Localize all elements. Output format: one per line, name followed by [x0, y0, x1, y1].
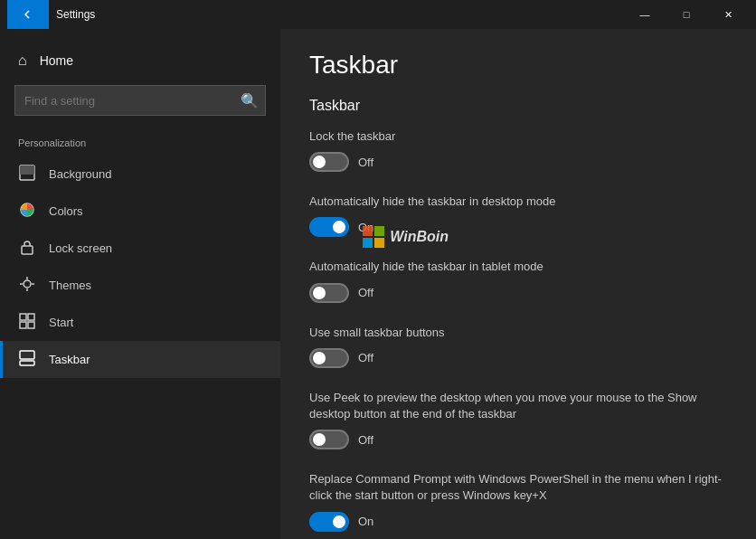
- lock-taskbar-toggle[interactable]: [309, 152, 349, 172]
- hide-tablet-value: Off: [358, 286, 373, 299]
- themes-icon: [18, 276, 36, 295]
- sidebar-item-colors[interactable]: Colors: [0, 193, 280, 230]
- title-bar: Settings — □ ✕: [0, 0, 756, 29]
- sidebar-item-taskbar[interactable]: Taskbar: [0, 341, 280, 378]
- sidebar: ⌂ Home 🔍 Personalization Background: [0, 29, 280, 539]
- hide-tablet-label: Automatically hide the taskbar in tablet…: [309, 259, 727, 275]
- back-button[interactable]: [7, 0, 49, 29]
- home-button[interactable]: ⌂ Home: [0, 43, 280, 78]
- svg-rect-10: [28, 314, 34, 320]
- watermark: WinBoin: [363, 226, 449, 248]
- hide-desktop-label: Automatically hide the taskbar in deskto…: [309, 194, 727, 210]
- setting-small-buttons: Use small taskbar buttons Off: [309, 325, 727, 368]
- start-label: Start: [49, 316, 73, 329]
- svg-rect-14: [20, 351, 34, 359]
- small-buttons-thumb: [313, 352, 326, 364]
- powershell-thumb: [333, 515, 345, 528]
- content-area: Taskbar Taskbar Lock the taskbar Off Aut…: [280, 29, 756, 539]
- svg-rect-12: [28, 322, 34, 328]
- background-label: Background: [49, 167, 111, 181]
- sidebar-item-start[interactable]: Start: [0, 304, 280, 341]
- powershell-toggle[interactable]: [309, 512, 349, 532]
- small-buttons-toggle[interactable]: [309, 348, 349, 368]
- hide-tablet-thumb: [313, 287, 326, 299]
- maximize-button[interactable]: □: [666, 0, 707, 29]
- setting-hide-tablet: Automatically hide the taskbar in tablet…: [309, 259, 727, 302]
- svg-point-4: [24, 280, 31, 288]
- powershell-toggle-row: On: [309, 512, 727, 532]
- page-title: Taskbar: [309, 51, 727, 80]
- search-icon[interactable]: 🔍: [234, 85, 265, 116]
- minimize-button[interactable]: —: [624, 0, 666, 29]
- setting-lock-taskbar: Lock the taskbar Off: [309, 128, 727, 172]
- background-icon: [18, 165, 36, 184]
- home-icon: ⌂: [18, 52, 27, 69]
- powershell-label: Replace Command Prompt with Windows Powe…: [309, 471, 727, 504]
- peek-thumb: [313, 433, 326, 446]
- section-title: Taskbar: [309, 98, 727, 114]
- hide-desktop-toggle[interactable]: [309, 217, 349, 237]
- peek-label: Use Peek to preview the desktop when you…: [309, 390, 727, 422]
- svg-rect-9: [20, 314, 26, 320]
- peek-toggle-row: Off: [309, 430, 727, 449]
- peek-value: Off: [358, 433, 373, 447]
- taskbar-icon: [18, 350, 36, 369]
- hide-tablet-toggle-row: Off: [309, 283, 727, 303]
- hide-tablet-toggle[interactable]: [309, 283, 349, 303]
- svg-rect-13: [20, 361, 34, 365]
- powershell-value: On: [358, 515, 373, 528]
- lockscreen-icon: [18, 239, 36, 258]
- small-buttons-toggle-row: Off: [309, 348, 727, 368]
- sidebar-item-background[interactable]: Background: [0, 156, 280, 193]
- lock-taskbar-label: Lock the taskbar: [309, 128, 727, 145]
- lock-taskbar-toggle-row: Off: [309, 152, 727, 172]
- hide-desktop-thumb: [333, 221, 345, 233]
- themes-label: Themes: [49, 279, 91, 292]
- lockscreen-label: Lock screen: [49, 241, 112, 255]
- svg-rect-1: [20, 165, 34, 175]
- window-controls: — □ ✕: [624, 0, 749, 29]
- taskbar-label: Taskbar: [49, 353, 90, 366]
- search-input[interactable]: [15, 94, 234, 108]
- svg-rect-11: [20, 322, 26, 328]
- sidebar-item-lockscreen[interactable]: Lock screen: [0, 230, 280, 267]
- svg-rect-3: [22, 246, 33, 254]
- window-title: Settings: [56, 8, 624, 21]
- small-buttons-label: Use small taskbar buttons: [309, 325, 727, 341]
- lock-taskbar-thumb: [313, 156, 326, 168]
- lock-taskbar-value: Off: [358, 156, 373, 169]
- sidebar-item-themes[interactable]: Themes: [0, 267, 280, 304]
- setting-powershell: Replace Command Prompt with Windows Powe…: [309, 471, 727, 531]
- main-layout: ⌂ Home 🔍 Personalization Background: [0, 29, 756, 539]
- colors-icon: [18, 202, 36, 221]
- home-label: Home: [40, 53, 73, 68]
- setting-peek: Use Peek to preview the desktop when you…: [309, 390, 727, 449]
- colors-label: Colors: [49, 204, 83, 218]
- personalization-label: Personalization: [0, 130, 280, 156]
- start-icon: [18, 313, 36, 332]
- close-button[interactable]: ✕: [707, 0, 749, 29]
- search-box[interactable]: 🔍: [14, 85, 266, 116]
- peek-toggle[interactable]: [309, 430, 349, 449]
- small-buttons-value: Off: [358, 351, 373, 364]
